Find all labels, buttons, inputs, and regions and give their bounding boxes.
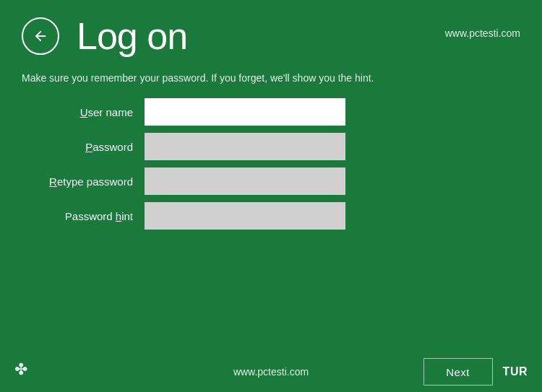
subtitle-text: Make sure you remember your password. If… (0, 65, 542, 98)
spinner-dots (14, 360, 38, 383)
retype-password-label: Retype password (22, 175, 145, 188)
password-label: Password (22, 141, 145, 153)
next-button[interactable]: Next (423, 358, 493, 386)
retype-password-input[interactable] (145, 167, 345, 195)
page-title: Log on (77, 14, 187, 58)
language-selector[interactable]: TUR (503, 365, 528, 378)
back-button[interactable] (22, 17, 59, 55)
retype-password-row: Retype password (22, 167, 520, 195)
retype-label-r: R (49, 175, 57, 188)
form: User name Password Retype password Passw… (0, 98, 542, 230)
footer-right: Next TUR (423, 358, 528, 386)
username-label-u: U (80, 106, 88, 118)
footer-website: www.pctesti.com (233, 366, 309, 378)
footer: www.pctesti.com Next TUR (0, 352, 542, 392)
username-input[interactable] (145, 98, 345, 126)
password-hint-label: Password hint (22, 210, 145, 222)
header: Log on www.pctesti.com (0, 0, 542, 65)
password-label-p: P (85, 141, 93, 153)
username-label: User name (22, 106, 145, 118)
password-row: Password (22, 133, 520, 160)
hint-label-h: h (116, 210, 121, 222)
password-hint-row: Password hint (22, 202, 520, 230)
password-hint-input[interactable] (145, 202, 345, 230)
username-row: User name (22, 98, 520, 126)
password-input[interactable] (145, 133, 345, 160)
spinner-icon (14, 360, 38, 383)
footer-left (14, 360, 38, 383)
website-top: www.pctesti.com (445, 27, 520, 39)
